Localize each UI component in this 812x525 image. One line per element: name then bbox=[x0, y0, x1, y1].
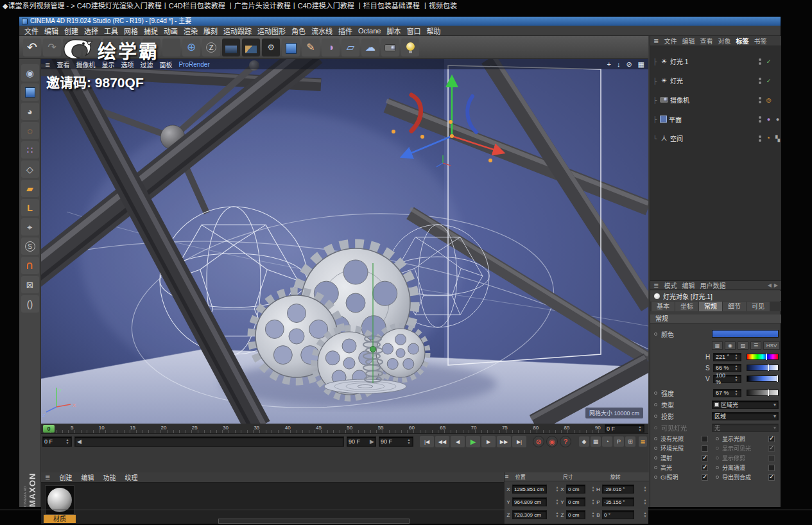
viewport-panel-menu-icon[interactable]: ≣ bbox=[45, 61, 50, 68]
transport-button[interactable]: ◀ bbox=[451, 436, 465, 447]
palette-button[interactable] bbox=[21, 83, 39, 101]
spinner-icon[interactable] bbox=[591, 512, 596, 518]
timeline-ruler[interactable]: 0 51015202530354045505560657075808590 0 … bbox=[41, 424, 648, 434]
keyframe-dot-icon[interactable] bbox=[654, 426, 657, 429]
viewport-menu-prorender[interactable]: ProRender bbox=[178, 61, 209, 68]
attribute-group-header[interactable]: 常规 bbox=[650, 314, 781, 323]
nav-back-icon[interactable]: ◀ bbox=[768, 282, 772, 288]
palette-button[interactable]: ◕ bbox=[21, 103, 39, 120]
record-button[interactable]: ⊘ bbox=[533, 436, 544, 447]
window-titlebar[interactable]: CINEMA 4D R19.024 Studio (RC - R19) - [9… bbox=[19, 17, 781, 26]
transport-button[interactable]: |◀ bbox=[420, 436, 434, 447]
material-panel-menu-icon[interactable]: ≣ bbox=[45, 474, 50, 481]
checkbox[interactable] bbox=[702, 436, 708, 442]
object-row[interactable]: ├ 平面 ● ● bbox=[650, 114, 781, 124]
color-picker-mode-button[interactable]: ▨ bbox=[738, 341, 748, 350]
attribute-manager-menu-item[interactable]: 模式 bbox=[664, 280, 677, 290]
hsv-value-field[interactable]: 100 % bbox=[713, 375, 741, 383]
spinner-icon[interactable] bbox=[643, 486, 648, 492]
toolbar-button[interactable]: ⚙ bbox=[262, 39, 280, 56]
intensity-slider[interactable] bbox=[747, 390, 779, 396]
position-value-field[interactable]: 964.809 cm bbox=[512, 497, 547, 506]
viewport-nav-icon[interactable]: + bbox=[607, 60, 610, 68]
menu-item[interactable]: 工具 bbox=[104, 26, 118, 36]
object-tag-icon[interactable]: ✓ bbox=[765, 58, 772, 65]
viewport-nav-icon[interactable]: ⊘ bbox=[626, 60, 632, 69]
object-tree[interactable]: ├ ☀ 灯光.1 ✓ ├ ☀ 灯光 ✓ bbox=[650, 46, 781, 280]
menu-item[interactable]: 创建 bbox=[64, 26, 78, 36]
viewport-nav-icon[interactable]: ▦ bbox=[638, 60, 644, 69]
spinner-icon[interactable] bbox=[591, 486, 596, 492]
visibility-dots[interactable] bbox=[758, 96, 762, 104]
material-menu-item[interactable]: 创建 bbox=[59, 472, 72, 482]
hsv-gradient-slider[interactable] bbox=[747, 365, 779, 371]
spinner-icon[interactable] bbox=[555, 486, 560, 492]
transport-button[interactable]: ▶▶ bbox=[497, 436, 511, 447]
keyframe-dot-icon[interactable] bbox=[716, 447, 719, 450]
toolbar-button[interactable] bbox=[242, 39, 260, 56]
keyframe-dot-icon[interactable] bbox=[654, 332, 657, 336]
toolbar-button[interactable]: ✎ bbox=[302, 39, 320, 56]
transport-button[interactable]: ▶ bbox=[481, 436, 496, 447]
menu-item[interactable]: 雕刻 bbox=[203, 26, 218, 36]
menu-item[interactable]: Octane bbox=[358, 27, 381, 35]
spinner-icon[interactable] bbox=[734, 365, 739, 371]
frame-range-slider[interactable]: ◀ bbox=[74, 436, 344, 447]
spinner-icon[interactable] bbox=[637, 426, 643, 432]
spinner-icon[interactable] bbox=[406, 438, 411, 445]
checkbox[interactable] bbox=[702, 455, 708, 461]
horizontal-scrollbar-thumb[interactable] bbox=[218, 519, 410, 524]
light-type-dropdown[interactable]: 区域光 ▾ bbox=[712, 400, 779, 409]
color-swatch[interactable] bbox=[712, 330, 779, 338]
hsv-gradient-slider[interactable] bbox=[747, 375, 779, 382]
spinner-icon[interactable] bbox=[643, 512, 648, 518]
menu-item[interactable]: 选择 bbox=[84, 26, 98, 36]
menu-item[interactable]: 动画 bbox=[164, 26, 178, 36]
object-name[interactable]: 灯光.1 bbox=[670, 56, 688, 66]
hsv-value-field[interactable]: 66 % bbox=[713, 364, 741, 372]
menu-item[interactable]: 运动图形 bbox=[257, 26, 286, 36]
spinner-icon[interactable] bbox=[734, 375, 739, 382]
material-menu-item[interactable]: 纹理 bbox=[125, 472, 137, 482]
menu-item[interactable]: 网格 bbox=[124, 26, 138, 36]
position-value-field[interactable]: 1285.851 cm bbox=[512, 485, 547, 494]
keyframe-dot-icon[interactable] bbox=[716, 456, 719, 460]
transport-button[interactable]: ◀◀ bbox=[435, 436, 449, 447]
keyframe-toggle-button[interactable]: ⊞ bbox=[625, 436, 635, 447]
object-manager-menu-icon[interactable]: ≣ bbox=[653, 37, 659, 44]
keyframe-dot-icon[interactable] bbox=[654, 456, 657, 460]
palette-button[interactable]: () bbox=[21, 295, 39, 313]
transport-button[interactable]: ▶| bbox=[512, 436, 526, 447]
solo-button[interactable]: ≣ bbox=[639, 436, 647, 447]
nav-forward-icon[interactable]: ▶ bbox=[774, 282, 778, 288]
menu-item[interactable]: 角色 bbox=[291, 26, 306, 36]
current-frame-field[interactable]: 0 F bbox=[42, 436, 72, 447]
object-row[interactable]: ├ 摄像机 ◎ bbox=[650, 95, 781, 105]
keyframe-toggle-button[interactable]: ▦ bbox=[591, 436, 601, 447]
attribute-tab[interactable]: 细节 bbox=[723, 302, 746, 311]
attribute-tab[interactable]: 可见 bbox=[747, 302, 770, 311]
palette-button[interactable]: S bbox=[21, 237, 39, 255]
visibility-dots[interactable] bbox=[758, 116, 762, 123]
color-picker-mode-button[interactable]: HSV bbox=[763, 341, 780, 350]
object-row[interactable]: ├ ☀ 灯光.1 ✓ bbox=[650, 56, 781, 66]
position-value-field[interactable]: 728.309 cm bbox=[512, 510, 547, 519]
object-row[interactable]: ├ ☀ 灯光 ✓ bbox=[650, 76, 781, 85]
menu-item[interactable]: 编辑 bbox=[44, 26, 58, 36]
rotation-value-field[interactable]: -29.016 ° bbox=[602, 485, 634, 494]
object-manager-tab[interactable]: 查看 bbox=[700, 36, 713, 46]
toolbar-button[interactable]: ▱ bbox=[341, 39, 359, 56]
material-menu-item[interactable]: 编辑 bbox=[81, 472, 94, 482]
timeline-playhead[interactable]: 0 bbox=[43, 425, 55, 433]
slider-handle[interactable] bbox=[777, 375, 778, 382]
keyframe-dot-icon[interactable] bbox=[654, 392, 657, 395]
slider-handle[interactable] bbox=[768, 365, 769, 371]
object-manager-tab[interactable]: 对象 bbox=[718, 36, 730, 46]
palette-button[interactable]: U bbox=[21, 257, 39, 274]
object-manager-tab[interactable]: 书签 bbox=[754, 36, 766, 46]
toolbar-button[interactable] bbox=[401, 39, 419, 56]
menu-item[interactable]: 捕捉 bbox=[144, 26, 158, 36]
keyframe-dot-icon[interactable] bbox=[654, 466, 657, 469]
attribute-tab[interactable]: 常规 bbox=[699, 302, 722, 311]
toolbar-button[interactable]: ◑ bbox=[322, 39, 340, 56]
